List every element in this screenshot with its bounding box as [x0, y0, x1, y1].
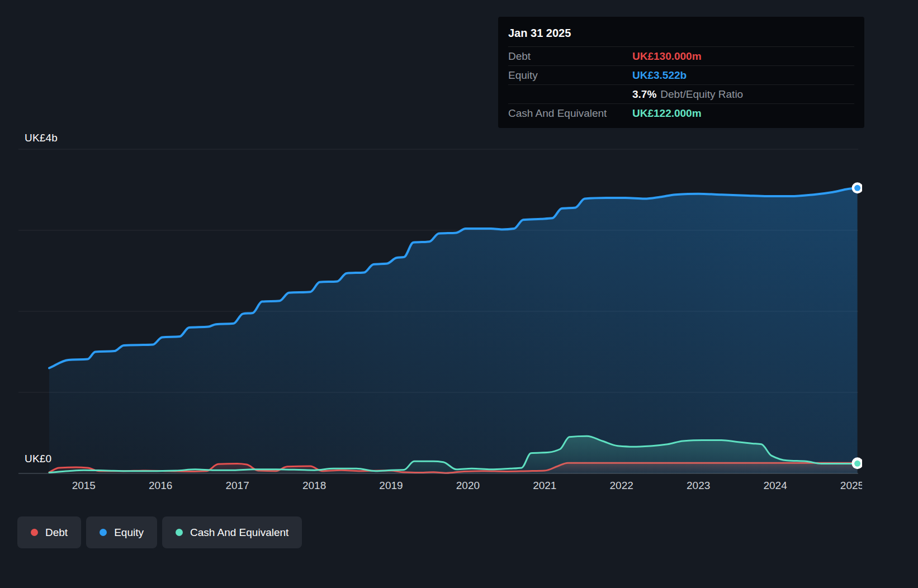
x-tick-2024: 2024: [763, 480, 787, 492]
x-tick-2018: 2018: [302, 480, 326, 492]
y-axis-label-4b: UK£4b: [25, 132, 58, 144]
equity-area: [49, 188, 858, 473]
tooltip-ratio-value: 3.7%: [632, 88, 656, 100]
legend-equity-label: Equity: [114, 527, 144, 539]
tooltip-cash-value: UK£122.000m: [632, 107, 702, 120]
x-tick-2020: 2020: [456, 480, 480, 492]
legend-cash-label: Cash And Equivalent: [190, 527, 288, 539]
tooltip-ratio-label: Debt/Equity Ratio: [660, 88, 743, 100]
legend: Debt Equity Cash And Equivalent: [17, 516, 302, 548]
tooltip-equity-value: UK£3.522b: [632, 69, 687, 82]
legend-item-cash[interactable]: Cash And Equivalent: [162, 516, 302, 548]
equity-end-marker-center: [854, 185, 860, 191]
legend-item-equity[interactable]: Equity: [86, 516, 157, 548]
tooltip-row-equity: Equity UK£3.522b: [508, 65, 854, 84]
cash-dot-icon: [176, 529, 183, 536]
x-tick-2021: 2021: [533, 480, 556, 492]
tooltip-cash-label: Cash And Equivalent: [508, 107, 632, 120]
x-tick-2022: 2022: [610, 480, 633, 492]
legend-debt-label: Debt: [45, 527, 68, 539]
x-tick-2023: 2023: [687, 480, 710, 492]
legend-item-debt[interactable]: Debt: [17, 516, 81, 548]
tooltip: Jan 31 2025 Debt UK£130.000m Equity UK£3…: [498, 17, 864, 128]
x-tick-2019: 2019: [379, 480, 403, 492]
x-tick-2016: 2016: [149, 480, 172, 492]
x-tick-2017: 2017: [225, 480, 249, 492]
tooltip-equity-label: Equity: [508, 69, 632, 82]
y-axis-label-0: UK£0: [25, 453, 51, 465]
tooltip-date: Jan 31 2025: [508, 22, 854, 46]
tooltip-debt-label: Debt: [508, 50, 632, 63]
x-tick-2015: 2015: [72, 480, 96, 492]
tooltip-row-cash: Cash And Equivalent UK£122.000m: [508, 103, 854, 122]
x-tick-2025: 2025: [840, 480, 862, 492]
balance-sheet-history-chart: { "tooltip": { "date": "Jan 31 2025", "d…: [0, 0, 918, 588]
tooltip-debt-value: UK£130.000m: [632, 50, 702, 63]
debt-dot-icon: [31, 529, 38, 536]
cash-end-marker-center: [854, 461, 860, 467]
tooltip-row-debt: Debt UK£130.000m: [508, 46, 854, 65]
x-axis-labels: 2015201620172018201920202021202220232024…: [0, 480, 862, 496]
equity-dot-icon: [100, 529, 107, 536]
tooltip-row-ratio: 3.7%Debt/Equity Ratio: [508, 84, 854, 103]
